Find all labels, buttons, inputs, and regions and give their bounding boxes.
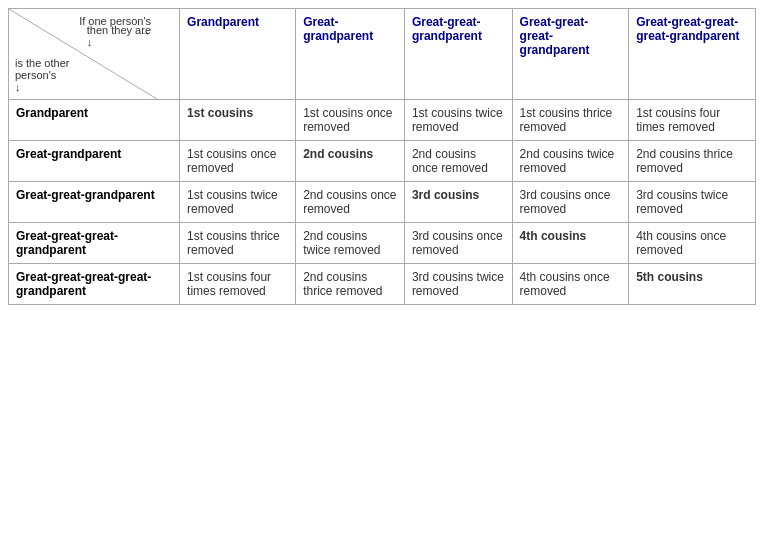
cell-0-0: 1st cousins: [180, 100, 296, 141]
cell-4-2: 3rd cousins twice removed: [404, 264, 512, 305]
cell-1-0: 1st cousins once removed: [180, 141, 296, 182]
then-they-are-label: then they are: [87, 24, 151, 36]
cell-0-1: 1st cousins once removed: [296, 100, 405, 141]
cell-4-0: 1st cousins four times removed: [180, 264, 296, 305]
row-header-0: Grandparent: [9, 100, 180, 141]
col-header-4: Great-great-great-great-grandparent: [629, 9, 756, 100]
cell-4-4: 5th cousins: [629, 264, 756, 305]
other-persons-label: is the other person's: [15, 57, 69, 81]
cell-3-4: 4th cousins once removed: [629, 223, 756, 264]
col-header-3: Great-great-great-grandparent: [512, 9, 629, 100]
cell-2-0: 1st cousins twice removed: [180, 182, 296, 223]
cell-0-4: 1st cousins four times removed: [629, 100, 756, 141]
cell-2-3: 3rd cousins once removed: [512, 182, 629, 223]
cell-3-2: 3rd cousins once removed: [404, 223, 512, 264]
row-header-1: Great-grandparent: [9, 141, 180, 182]
cell-2-2: 3rd cousins: [404, 182, 512, 223]
col-header-0: Grandparent: [180, 9, 296, 100]
cell-0-3: 1st cousins thrice removed: [512, 100, 629, 141]
cell-4-1: 2nd cousins thrice removed: [296, 264, 405, 305]
cell-2-1: 2nd cousins once removed: [296, 182, 405, 223]
cell-1-3: 2nd cousins twice removed: [512, 141, 629, 182]
subheader-left-text: is the other person's ↓: [15, 57, 95, 93]
cell-1-4: 2nd cousins thrice removed: [629, 141, 756, 182]
row-header-4: Great-great-great-great-grandparent: [9, 264, 180, 305]
row-header-3: Great-great-great-grandparent: [9, 223, 180, 264]
cell-1-2: 2nd cousins once removed: [404, 141, 512, 182]
col-header-2: Great-great-grandparent: [404, 9, 512, 100]
cell-1-1: 2nd cousins: [296, 141, 405, 182]
cell-2-4: 3rd cousins twice removed: [629, 182, 756, 223]
table-wrapper: If one person's → is the other person's …: [0, 0, 764, 313]
cell-4-3: 4th cousins once removed: [512, 264, 629, 305]
cell-3-3: 4th cousins: [512, 223, 629, 264]
diagonal-header-cell: If one person's → is the other person's …: [9, 9, 180, 100]
cell-3-1: 2nd cousins twice removed: [296, 223, 405, 264]
col-header-1: Great-grandparent: [296, 9, 405, 100]
row-header-2: Great-great-grandparent: [9, 182, 180, 223]
cell-0-2: 1st cousins twice removed: [404, 100, 512, 141]
cousin-chart: If one person's → is the other person's …: [8, 8, 756, 305]
cell-3-0: 1st cousins thrice removed: [180, 223, 296, 264]
